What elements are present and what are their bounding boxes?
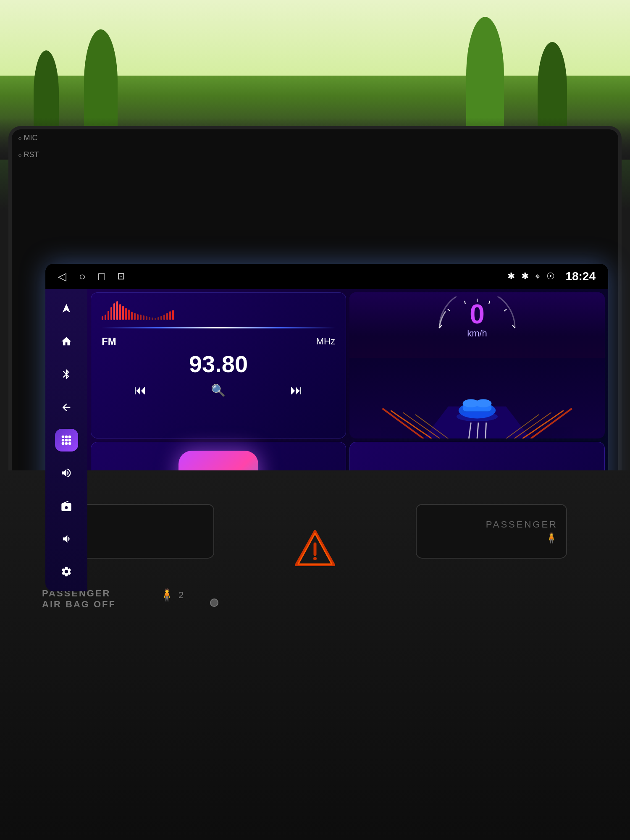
svg-point-6 [62,442,65,445]
sidebar-item-navigation[interactable] [55,297,78,320]
radio-bars [102,301,335,320]
radio-widget[interactable]: FM MHz 93.80 ⏮ 🔍 ⏭ [91,292,346,438]
screenshot-button[interactable]: ⊡ [117,271,125,282]
svg-point-8 [68,442,71,445]
svg-point-0 [62,436,65,438]
clock: 18:24 [565,270,596,283]
svg-point-4 [65,439,68,442]
dashboard-frame: ○ MIC ○ RST ◁ ○ □ ⊡ ✱ ✱ ⌖ ☉ [8,126,622,504]
rst-label: ○ RST [18,150,39,159]
sidebar-item-settings[interactable] [55,561,78,583]
status-icons: ✱ ✱ ⌖ ☉ 18:24 [507,270,596,283]
svg-line-28 [486,423,486,438]
speed-widget: 0 km/h [349,292,605,438]
passenger-icon: 🧍 [545,532,558,544]
seat-indicator: 🧍 2 [160,588,184,602]
lower-dashboard: PASSENGER 🧍 PASSENGER AIR BAG OFF 🧍 2 [0,470,630,840]
dashboard-background: ○ MIC ○ RST ◁ ○ □ ⊡ ✱ ✱ ⌖ ☉ [0,0,630,840]
mic-label: ○ MIC [18,134,37,142]
svg-point-2 [68,436,71,438]
svg-line-13 [489,301,490,304]
sidebar-item-volume-down[interactable] [55,528,78,550]
svg-point-3 [62,439,65,442]
location-icon: ⌖ [535,271,540,282]
wifi-icon: ☉ [546,271,555,282]
radio-next-button[interactable]: ⏭ [290,383,303,397]
road-scene [349,358,605,438]
right-control-panel[interactable]: PASSENGER 🧍 [416,504,567,559]
svg-point-48 [313,557,317,560]
hazard-button[interactable] [288,521,342,575]
radio-prev-button[interactable]: ⏮ [134,383,147,397]
radio-info: FM MHz [102,336,335,347]
nav-buttons: ◁ ○ □ ⊡ [58,270,125,283]
seat-number: 2 [178,590,184,601]
passenger-label: PASSENGER [486,519,558,530]
airbag-line2: AIR BAG OFF [42,599,116,610]
sidebar-item-volume-up[interactable] [55,462,78,484]
recent-button[interactable]: □ [98,270,105,283]
home-button[interactable]: ○ [79,270,86,283]
svg-point-32 [475,399,491,407]
radio-fm-label: FM [102,336,116,347]
sidebar-item-radio[interactable] [55,495,78,517]
svg-point-1 [65,436,68,438]
radio-mhz-label: MHz [316,336,335,347]
sidebar-item-back[interactable] [55,396,78,418]
radio-frequency: 93.80 [102,352,335,376]
sidebar-item-bluetooth[interactable] [55,363,78,386]
left-sidebar [45,289,87,591]
speed-value: 0 [470,299,485,330]
status-bar: ◁ ○ □ ⊡ ✱ ✱ ⌖ ☉ 18:24 [45,264,608,289]
sidebar-item-home[interactable] [55,330,78,352]
svg-point-33 [457,412,498,421]
svg-line-10 [448,309,450,311]
svg-point-5 [68,439,71,442]
bluetooth-audio-icon: ✱ [521,271,529,282]
freq-scan-line [102,327,335,328]
sidebar-item-apps[interactable] [55,429,78,451]
seat-icon: 🧍 [160,588,174,602]
speed-road-scene: 0 km/h [349,292,605,438]
back-button[interactable]: ◁ [58,270,66,283]
indicator-dot [210,598,218,607]
svg-line-14 [504,309,507,311]
radio-controls: ⏮ 🔍 ⏭ [102,383,335,397]
svg-point-7 [65,442,68,445]
bluetooth-icon: ✱ [507,271,515,282]
radio-search-button[interactable]: 🔍 [211,383,226,397]
svg-line-11 [465,301,465,304]
